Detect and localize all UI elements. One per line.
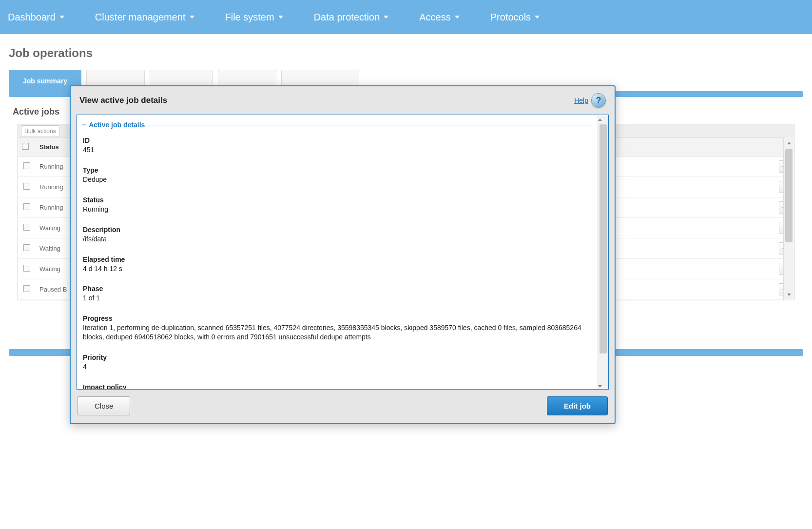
nav-file-system[interactable]: File system — [223, 12, 285, 23]
edit-job-button[interactable]: Edit job — [547, 396, 608, 415]
nav-cluster-management[interactable]: Cluster management — [93, 12, 196, 23]
chevron-down-icon — [787, 294, 791, 296]
modal-body: − Active job details ID 451 Type Dedupe … — [77, 115, 598, 389]
help-link[interactable]: Help — [574, 97, 588, 104]
row-checkbox[interactable] — [23, 162, 30, 169]
detail-value: /ifs/data — [83, 235, 592, 244]
detail-label: Type — [83, 166, 592, 174]
job-details-modal: View active job details Help ? − Active … — [70, 85, 616, 424]
nav-label: Access — [419, 12, 450, 23]
row-checkbox[interactable] — [23, 244, 30, 251]
chevron-down-icon — [384, 16, 388, 19]
scrollbar-thumb[interactable] — [785, 149, 793, 242]
page-title: Job operations — [0, 34, 812, 70]
detail-type: Type Dedupe — [82, 163, 593, 193]
row-checkbox[interactable] — [23, 265, 30, 272]
legend-line — [148, 125, 593, 125]
close-button[interactable]: Close — [77, 396, 130, 415]
nav-dashboard[interactable]: Dashboard — [6, 12, 66, 23]
chevron-down-icon — [190, 16, 194, 19]
modal-scrollbar[interactable] — [598, 115, 608, 389]
modal-title: View active job details — [79, 96, 167, 105]
modal-header: View active job details Help ? — [71, 86, 615, 113]
detail-priority: Priority 4 — [82, 351, 593, 380]
detail-label: Elapsed time — [83, 255, 592, 263]
detail-value: 1 of 1 — [83, 294, 592, 303]
chevron-down-icon — [455, 16, 460, 19]
detail-value: 451 — [83, 145, 592, 155]
detail-status: Status Running — [82, 193, 593, 223]
detail-label: Phase — [83, 285, 592, 293]
scrollbar-thumb[interactable] — [599, 124, 607, 353]
top-nav: Dashboard Cluster management File system… — [0, 0, 812, 34]
detail-impact-policy: Impact policy LOW — [82, 380, 593, 389]
detail-value: Iteration 1, performing de-duplication, … — [83, 323, 592, 342]
detail-elapsed-time: Elapsed time 4 d 14 h 12 s — [82, 253, 593, 282]
detail-description: Description /ifs/data — [82, 223, 593, 253]
detail-value: 4 — [83, 362, 592, 372]
row-checkbox[interactable] — [23, 224, 30, 231]
tab-label: Job summary — [23, 77, 67, 85]
details-legend[interactable]: − Active job details — [82, 121, 593, 129]
help-icon[interactable]: ? — [591, 93, 606, 108]
detail-value: Dedupe — [83, 175, 592, 184]
row-checkbox[interactable] — [23, 183, 30, 190]
bulk-actions-button[interactable]: Bulk actions — [21, 125, 59, 137]
nav-access[interactable]: Access — [417, 12, 461, 23]
row-checkbox[interactable] — [23, 203, 30, 210]
table-scrollbar[interactable] — [783, 137, 794, 300]
modal-help-group: Help ? — [574, 93, 606, 108]
nav-label: Dashboard — [8, 12, 56, 23]
chevron-down-icon — [278, 16, 283, 19]
nav-label: Data protection — [314, 12, 380, 23]
detail-label: Progress — [83, 314, 592, 322]
nav-label: File system — [225, 12, 274, 23]
detail-value: 4 d 14 h 12 s — [83, 264, 592, 274]
detail-label: Status — [83, 196, 592, 204]
chevron-down-icon — [598, 385, 602, 388]
chevron-up-icon — [787, 142, 791, 144]
bulk-actions-label: Bulk actions — [24, 128, 56, 135]
detail-label: Description — [83, 226, 592, 234]
detail-label: ID — [83, 137, 592, 144]
chevron-down-icon — [59, 16, 64, 19]
nav-label: Cluster management — [95, 12, 186, 23]
legend-text: Active job details — [89, 121, 145, 129]
detail-label: Impact policy — [83, 383, 592, 389]
detail-value: Running — [83, 205, 592, 214]
nav-label: Protocols — [490, 12, 531, 23]
select-all-checkbox[interactable] — [22, 143, 29, 150]
modal-footer: Close Edit job — [71, 390, 615, 423]
chevron-down-icon — [535, 16, 540, 19]
detail-phase: Phase 1 of 1 — [82, 282, 593, 312]
nav-protocols[interactable]: Protocols — [488, 12, 541, 23]
detail-label: Priority — [83, 353, 592, 361]
row-checkbox[interactable] — [23, 285, 30, 292]
detail-id: ID 451 — [82, 134, 593, 163]
collapse-icon: − — [82, 121, 86, 129]
modal-body-container: − Active job details ID 451 Type Dedupe … — [77, 115, 609, 390]
chevron-up-icon — [598, 118, 602, 121]
nav-data-protection[interactable]: Data protection — [312, 12, 391, 23]
detail-progress: Progress Iteration 1, performing de-dupl… — [82, 312, 593, 351]
